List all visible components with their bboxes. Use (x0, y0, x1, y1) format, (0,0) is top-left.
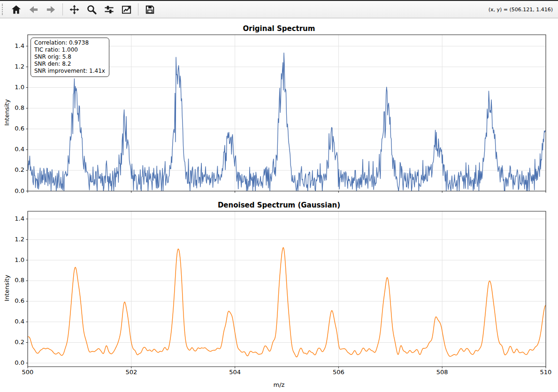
x-tick-label: 500 (22, 369, 34, 376)
forward-icon (46, 4, 56, 15)
subplot1-title: Original Spectrum (0, 24, 558, 33)
back-icon (28, 4, 39, 15)
customize-icon (121, 4, 132, 15)
x-tick-label: 504 (229, 369, 241, 376)
home-button[interactable] (9, 2, 23, 17)
annotation-line-snr-den: SNR den: 8.2 (34, 61, 105, 68)
toolbar-separator (138, 3, 138, 15)
subplot2-ylabel: Intensity (3, 260, 10, 316)
y-tick-label: 0.4 (15, 318, 24, 325)
y-tick-label: 0.8 (15, 104, 24, 111)
subplots-button[interactable] (102, 2, 116, 17)
x-axis-label: m/z (0, 381, 558, 388)
x-tick-label: 502 (125, 369, 137, 376)
y-tick-label: 0.4 (15, 146, 24, 153)
y-tick-label: 0.2 (15, 166, 24, 173)
y-tick-label: 0.6 (15, 297, 24, 304)
toolbar-separator (62, 3, 63, 15)
x-tick-label: 508 (436, 369, 448, 376)
pan-button[interactable] (67, 2, 82, 17)
figure-canvas[interactable]: 0.00.20.40.60.81.01.21.40.00.20.40.60.81… (0, 18, 558, 392)
y-tick-label: 1.4 (15, 42, 24, 49)
y-tick-label: 1.4 (15, 215, 24, 222)
y-tick-label: 0.0 (15, 359, 24, 366)
y-tick-label: 0.0 (15, 187, 24, 194)
zoom-icon (86, 4, 97, 15)
save-icon (145, 4, 155, 15)
subplots-icon (104, 4, 115, 15)
toolbar-drag-handle[interactable] (2, 4, 5, 15)
y-tick-label: 0.8 (15, 277, 24, 284)
y-tick-label: 1.0 (15, 256, 24, 263)
cursor-coordinates-readout: (x, y) = (506.121, 1.416) (489, 7, 555, 13)
annotation-line-tic-ratio: TIC ratio: 1.000 (34, 46, 105, 54)
back-button[interactable] (26, 2, 41, 17)
home-icon (11, 4, 22, 15)
y-tick-label: 0.6 (15, 125, 24, 132)
annotation-line-correlation: Correlation: 0.9738 (34, 39, 105, 46)
y-tick-label: 1.2 (15, 63, 24, 70)
stats-annotation-box: Correlation: 0.9738 TIC ratio: 1.000 SNR… (31, 38, 109, 77)
forward-button[interactable] (44, 2, 58, 17)
annotation-line-snr-orig: SNR orig: 5.8 (34, 54, 105, 61)
zoom-button[interactable] (84, 2, 99, 17)
y-tick-label: 1.2 (15, 236, 24, 243)
y-tick-label: 0.2 (15, 338, 24, 346)
x-tick-label: 506 (333, 369, 344, 376)
subplot1-ylabel: Intensity (3, 85, 10, 141)
denoised-spectrum-line (28, 247, 546, 357)
subplot2-title: Denoised Spectrum (Gaussian) (0, 201, 558, 209)
y-tick-label: 1.0 (15, 84, 24, 91)
save-button[interactable] (143, 2, 157, 17)
customize-button[interactable] (119, 2, 134, 17)
annotation-line-snr-improvement: SNR improvement: 1.41x (34, 68, 105, 75)
navigation-toolbar: (x, y) = (506.121, 1.416) (0, 0, 558, 18)
x-tick-label: 510 (540, 369, 552, 376)
pan-icon (69, 4, 80, 15)
